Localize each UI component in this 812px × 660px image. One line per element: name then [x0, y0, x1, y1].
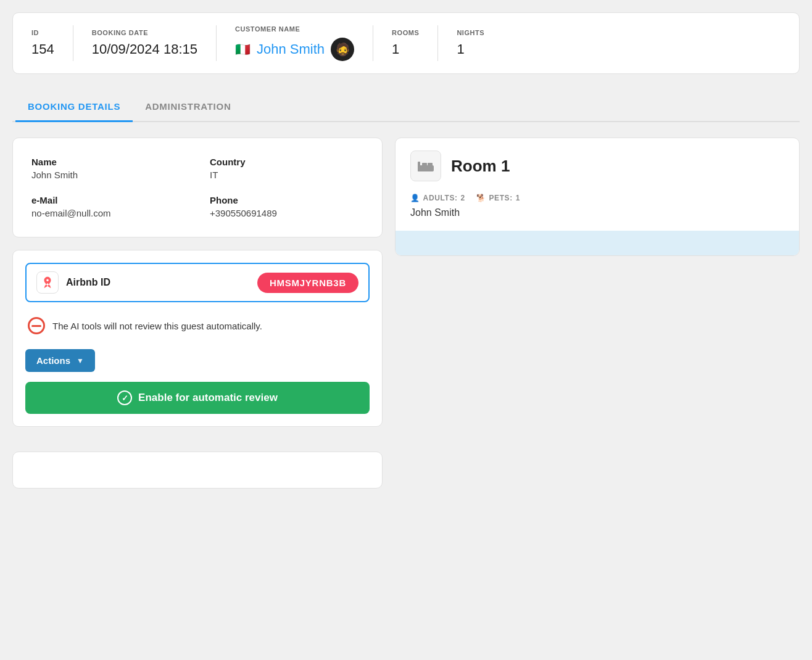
- nights-value: 1: [457, 41, 484, 57]
- rooms-value: 1: [392, 41, 419, 57]
- svg-rect-2: [422, 163, 427, 167]
- right-column: Room 1 👤 ADULTS: 2 🐕 PETS: 1: [395, 138, 800, 256]
- id-value: 154: [31, 41, 54, 57]
- name-label: Name: [31, 157, 185, 167]
- bed-icon: [410, 151, 441, 181]
- actions-label: Actions: [36, 355, 70, 366]
- rooms-label: ROOMS: [392, 29, 419, 36]
- country-label: Country: [210, 157, 363, 167]
- email-field: e-Mail no-email@null.com: [31, 195, 185, 218]
- pets-label: PETS:: [489, 194, 512, 202]
- pets-meta: 🐕 PETS: 1: [476, 194, 520, 202]
- airbnb-id-row: Airbnb ID HMSMJYRNB3B: [25, 263, 370, 302]
- pets-value: 1: [516, 194, 520, 202]
- adults-value: 2: [461, 194, 465, 202]
- info-grid: Name John Smith Country IT e-Mail no-ema…: [31, 157, 363, 218]
- actions-button[interactable]: Actions ▼: [25, 349, 95, 372]
- airbnb-id-left: Airbnb ID: [36, 271, 110, 294]
- pet-icon: 🐕: [476, 194, 486, 202]
- adults-label: ADULTS:: [423, 194, 458, 202]
- room-title: Room 1: [451, 157, 510, 176]
- enable-label: Enable for automatic review: [138, 392, 278, 404]
- customer-info-card: Name John Smith Country IT e-Mail no-ema…: [12, 138, 383, 237]
- room-details: 👤 ADULTS: 2 🐕 PETS: 1 John Smith: [396, 194, 799, 231]
- customer-name-text[interactable]: John Smith: [257, 41, 325, 57]
- country-field: Country IT: [210, 157, 363, 180]
- country-value: IT: [210, 170, 363, 180]
- bottom-card: [12, 452, 383, 489]
- customer-name-cell: CUSTOMER NAME 🇮🇹 John Smith 🧔: [217, 25, 373, 61]
- chevron-down-icon: ▼: [77, 357, 84, 365]
- room-header: Room 1: [396, 138, 799, 194]
- tab-administration[interactable]: ADMINISTRATION: [133, 93, 243, 122]
- room-card: Room 1 👤 ADULTS: 2 🐕 PETS: 1: [395, 138, 800, 256]
- name-value: John Smith: [31, 170, 185, 180]
- customer-name-label: CUSTOMER NAME: [235, 25, 354, 33]
- airbnb-id-badge: HMSMJYRNB3B: [257, 273, 358, 293]
- main-content: Name John Smith Country IT e-Mail no-ema…: [12, 138, 800, 489]
- check-circle-icon: ✓: [117, 390, 132, 405]
- no-entry-icon: [28, 317, 45, 334]
- email-label: e-Mail: [31, 195, 185, 205]
- phone-label: Phone: [210, 195, 363, 205]
- tab-booking-details[interactable]: BOOKING DETAILS: [15, 93, 133, 122]
- airbnb-logo-icon: [36, 271, 59, 294]
- flag-icon: 🇮🇹: [235, 42, 251, 57]
- booking-date-value: 10/09/2024 18:15: [92, 41, 197, 57]
- booking-date-cell: BOOKING DATE 10/09/2024 18:15: [73, 25, 217, 61]
- actions-button-container: Actions ▼: [25, 349, 370, 372]
- airbnb-id-label: Airbnb ID: [66, 277, 110, 288]
- room-footer: [396, 231, 799, 255]
- id-label: ID: [31, 29, 54, 36]
- email-value: no-email@null.com: [31, 208, 185, 218]
- phone-field: Phone +390550691489: [210, 195, 363, 218]
- name-field: Name John Smith: [31, 157, 185, 180]
- rooms-cell: ROOMS 1: [373, 25, 438, 61]
- customer-name-value: 🇮🇹 John Smith 🧔: [235, 38, 354, 61]
- phone-value: +390550691489: [210, 208, 363, 218]
- ai-warning-row: The AI tools will not review this guest …: [25, 312, 370, 339]
- ai-warning-text: The AI tools will not review this guest …: [52, 321, 262, 331]
- left-column: Name John Smith Country IT e-Mail no-ema…: [12, 138, 383, 489]
- nights-cell: NIGHTS 1: [438, 25, 503, 61]
- room-meta: 👤 ADULTS: 2 🐕 PETS: 1: [410, 194, 784, 202]
- airbnb-card: Airbnb ID HMSMJYRNB3B The AI tools will …: [12, 250, 383, 427]
- svg-rect-1: [418, 162, 420, 171]
- id-cell: ID 154: [31, 25, 73, 61]
- tabs-container: BOOKING DETAILS ADMINISTRATION: [12, 93, 800, 122]
- booking-date-label: BOOKING DATE: [92, 29, 197, 36]
- person-icon: 👤: [410, 194, 420, 202]
- customer-avatar: 🧔: [331, 38, 354, 61]
- booking-header-card: ID 154 BOOKING DATE 10/09/2024 18:15 CUS…: [12, 12, 800, 74]
- adults-meta: 👤 ADULTS: 2: [410, 194, 465, 202]
- enable-automatic-review-button[interactable]: ✓ Enable for automatic review: [25, 382, 370, 414]
- nights-label: NIGHTS: [457, 29, 484, 36]
- room-guest-name: John Smith: [410, 207, 784, 218]
- svg-rect-3: [428, 163, 433, 167]
